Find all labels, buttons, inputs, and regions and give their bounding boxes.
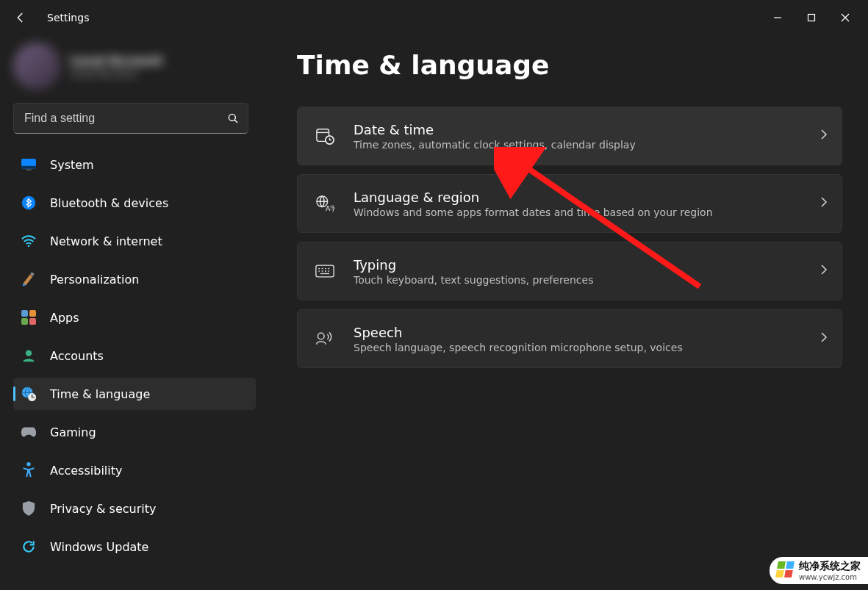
bluetooth-icon [21,195,37,210]
sidebar-item-system[interactable]: System [13,148,256,181]
system-icon [21,158,37,171]
wifi-icon [21,234,37,248]
sidebar-item-label: Accounts [50,349,104,363]
sidebar-item-network[interactable]: Network & internet [13,225,256,257]
chevron-right-icon [819,331,828,346]
svg-point-19 [26,462,31,467]
sidebar-item-apps[interactable]: Apps [13,301,256,334]
avatar [13,43,60,90]
watermark-logo-icon [775,561,795,578]
sidebar-item-accounts[interactable]: Accounts [13,339,256,372]
chevron-right-icon [819,264,828,278]
profile-sub: Local Account [71,68,162,79]
card-subtitle: Time zones, automatic clock settings, ca… [354,139,800,151]
sidebar-item-label: Accessibility [50,464,122,478]
speech-icon [315,330,334,348]
sidebar-item-privacy[interactable]: Privacy & security [13,492,256,525]
back-button[interactable] [6,3,35,32]
back-arrow-icon [14,11,27,24]
close-icon [841,13,850,22]
sidebar-item-label: Gaming [50,425,96,439]
watermark-line2: www.ycwjz.com [799,573,861,581]
svg-point-4 [229,114,235,120]
sidebar-item-gaming[interactable]: Gaming [13,416,256,448]
paintbrush-icon [21,271,37,287]
sidebar-item-windows-update[interactable]: Windows Update [13,530,256,563]
card-subtitle: Touch keyboard, text suggestions, prefer… [354,274,800,286]
svg-point-16 [26,350,32,356]
minimize-button[interactable] [761,6,795,29]
accessibility-icon [21,462,37,478]
sidebar-nav: System Bluetooth & devices Network & int… [13,148,256,567]
sidebar-item-label: Apps [50,311,79,325]
svg-rect-13 [29,310,36,317]
svg-rect-15 [29,318,36,325]
title-bar: Settings [0,0,868,35]
profile-block[interactable]: Local Account Local Account [13,43,256,90]
sidebar-item-accessibility[interactable]: Accessibility [13,454,256,486]
search-input[interactable] [13,103,248,134]
chevron-right-icon [819,196,828,211]
svg-text:A字: A字 [326,204,334,212]
svg-line-5 [234,120,237,123]
page-title: Time & language [297,50,847,80]
card-speech[interactable]: Speech Speech language, speech recogniti… [297,309,842,368]
sidebar: Local Account Local Account System Bluet… [0,35,265,590]
sidebar-item-time-language[interactable]: Time & language [13,378,256,410]
maximize-button[interactable] [795,6,828,29]
svg-rect-8 [26,169,31,170]
svg-rect-1 [808,15,815,21]
sidebar-item-personalization[interactable]: Personalization [13,263,256,295]
sidebar-item-label: Windows Update [50,540,148,554]
sidebar-item-label: System [50,158,94,172]
close-button[interactable] [828,6,862,29]
sidebar-item-bluetooth[interactable]: Bluetooth & devices [13,187,256,219]
watermark: 纯净系统之家 www.ycwjz.com [770,557,868,584]
card-subtitle: Windows and some apps format dates and t… [354,206,800,218]
card-title: Language & region [354,190,800,205]
calendar-clock-icon [315,127,334,145]
maximize-icon [807,13,816,22]
globe-clock-icon [21,386,37,402]
sidebar-item-label: Time & language [50,387,150,401]
card-language-region[interactable]: A字 Language & region Windows and some ap… [297,174,842,233]
apps-icon [21,310,37,325]
minimize-icon [773,13,782,22]
svg-point-10 [28,245,30,247]
svg-rect-14 [21,318,28,325]
sidebar-item-label: Personalization [50,273,139,287]
svg-rect-12 [21,310,28,317]
main-content: Time & language Date & time Time zones, … [265,35,868,590]
settings-cards: Date & time Time zones, automatic clock … [297,107,842,368]
window-controls [761,6,862,29]
svg-rect-7 [21,166,36,169]
sidebar-item-label: Privacy & security [50,502,156,516]
profile-name: Local Account [71,54,162,68]
card-title: Speech [354,325,800,340]
card-subtitle: Speech language, speech recognition micr… [354,342,800,353]
keyboard-icon [315,264,334,278]
chevron-right-icon [819,129,828,143]
shield-icon [21,500,37,517]
search-wrap [13,103,248,134]
card-date-time[interactable]: Date & time Time zones, automatic clock … [297,107,842,165]
gamepad-icon [21,426,37,438]
card-title: Date & time [354,122,800,137]
svg-point-36 [318,333,324,339]
person-icon [21,348,37,363]
card-title: Typing [354,257,800,273]
sidebar-item-label: Network & internet [50,234,162,248]
sidebar-item-label: Bluetooth & devices [50,196,168,210]
app-title: Settings [47,12,89,24]
search-icon [226,112,240,125]
card-typing[interactable]: Typing Touch keyboard, text suggestions,… [297,242,842,301]
watermark-line1: 纯净系统之家 [799,560,861,572]
update-icon [21,539,37,554]
language-globe-icon: A字 [315,195,334,212]
